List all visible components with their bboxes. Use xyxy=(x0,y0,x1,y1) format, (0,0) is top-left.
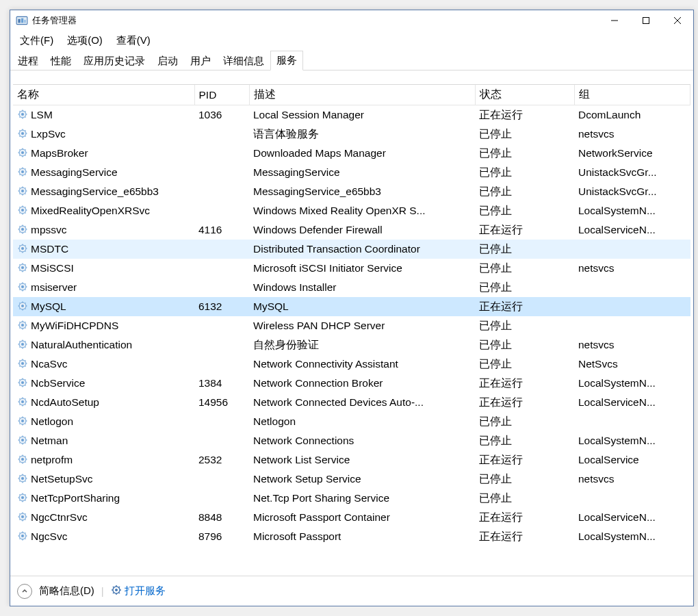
table-row[interactable]: MessagingService_e65bb3MessagingService_… xyxy=(13,182,690,201)
table-row[interactable]: LSM1036Local Session Manager正在运行DcomLaun… xyxy=(13,105,690,125)
cell-group: netsvcs xyxy=(574,470,690,489)
services-scroll[interactable]: 名称 PID 描述 状态 组 LSM1036Local Session Mana… xyxy=(13,85,690,576)
cell-desc: Windows Mixed Reality OpenXR S... xyxy=(249,201,475,220)
cell-desc: Microsoft iSCSI Initiator Service xyxy=(249,259,475,278)
table-row[interactable]: NgcCtnrSvc8848Microsoft Passport Contain… xyxy=(13,508,690,527)
table-row[interactable]: LxpSvc语言体验服务已停止netsvcs xyxy=(13,125,690,144)
cell-desc: MessagingService xyxy=(249,163,475,182)
column-header-status[interactable]: 状态 xyxy=(475,85,574,105)
menu-view[interactable]: 查看(V) xyxy=(109,33,157,49)
cell-group xyxy=(574,316,690,335)
table-row[interactable]: NgcSvc8796Microsoft Passport正在运行LocalSys… xyxy=(13,527,690,546)
cell-group xyxy=(574,278,690,297)
tab-用户[interactable]: 用户 xyxy=(184,51,217,70)
cell-group: NetworkService xyxy=(574,144,690,163)
table-row[interactable]: MSiSCSIMicrosoft iSCSI Initiator Service… xyxy=(13,259,690,278)
tab-bar: 进程性能应用历史记录启动用户详细信息服务 xyxy=(10,50,693,70)
cell-desc: Distributed Transaction Coordinator xyxy=(249,240,475,259)
cell-group: DcomLaunch xyxy=(574,105,690,125)
service-name: netprofm xyxy=(31,454,73,465)
table-row[interactable]: NetmanNetwork Connections已停止LocalSystemN… xyxy=(13,431,690,450)
table-row[interactable]: NcbService1384Network Connection Broker正… xyxy=(13,374,690,393)
cell-status: 已停止 xyxy=(475,316,574,335)
cell-status: 已停止 xyxy=(475,240,574,259)
cell-pid xyxy=(194,489,249,508)
cell-desc: MessagingService_e65bb3 xyxy=(249,182,475,201)
svg-point-47 xyxy=(21,477,24,480)
svg-point-21 xyxy=(21,228,24,231)
cell-desc: Net.Tcp Port Sharing Service xyxy=(249,489,475,508)
cell-desc: Microsoft Passport xyxy=(249,527,475,546)
tab-详细信息[interactable]: 详细信息 xyxy=(217,51,270,70)
cell-status: 正在运行 xyxy=(475,450,574,470)
service-icon xyxy=(17,127,28,138)
service-icon xyxy=(17,338,28,349)
cell-pid: 1036 xyxy=(194,105,249,125)
cell-group: NetSvcs xyxy=(574,355,690,374)
table-row[interactable]: MessagingServiceMessagingService已停止Unist… xyxy=(13,163,690,182)
table-row[interactable]: NetlogonNetlogon已停止 xyxy=(13,412,690,431)
svg-point-37 xyxy=(21,381,24,384)
table-row[interactable]: MSDTCDistributed Transaction Coordinator… xyxy=(13,240,690,259)
table-row[interactable]: netprofm2532Network List Service正在运行Loca… xyxy=(13,450,690,470)
table-row[interactable]: NaturalAuthentication自然身份验证已停止netsvcs xyxy=(13,335,690,355)
service-icon xyxy=(17,491,28,502)
window-controls xyxy=(599,10,693,31)
table-row[interactable]: NcdAutoSetup14956Network Connected Devic… xyxy=(13,393,690,412)
column-header-desc[interactable]: 描述 xyxy=(249,85,475,105)
table-row[interactable]: MixedRealityOpenXRSvcWindows Mixed Reali… xyxy=(13,201,690,220)
svg-point-11 xyxy=(21,132,24,135)
cell-status: 已停止 xyxy=(475,470,574,489)
cell-status: 正在运行 xyxy=(475,393,574,412)
cell-group: LocalSystemN... xyxy=(574,374,690,393)
table-row[interactable]: MySQL6132MySQL正在运行 xyxy=(13,297,690,316)
column-header-pid[interactable]: PID xyxy=(194,85,249,105)
cell-group: LocalServiceN... xyxy=(574,508,690,527)
menu-options[interactable]: 选项(O) xyxy=(60,33,109,49)
tab-应用历史记录[interactable]: 应用历史记录 xyxy=(77,51,151,70)
cell-status: 已停止 xyxy=(475,163,574,182)
cell-status: 已停止 xyxy=(475,489,574,508)
footer: 简略信息(D) | 打开服务 xyxy=(10,576,693,606)
column-header-row: 名称 PID 描述 状态 组 xyxy=(13,85,690,105)
column-header-name[interactable]: 名称 xyxy=(13,85,194,105)
cell-pid: 4116 xyxy=(194,220,249,240)
service-icon xyxy=(17,319,28,330)
svg-point-51 xyxy=(21,515,24,518)
service-icon xyxy=(17,261,28,272)
cell-pid xyxy=(194,278,249,297)
brief-info-link[interactable]: 简略信息(D) xyxy=(39,585,94,598)
service-name: MessagingService xyxy=(31,166,118,178)
cell-status: 已停止 xyxy=(475,144,574,163)
table-row[interactable]: msiserverWindows Installer已停止 xyxy=(13,278,690,297)
cell-status: 正在运行 xyxy=(475,297,574,316)
cell-desc: Netlogon xyxy=(249,412,475,431)
table-row[interactable]: NetSetupSvcNetwork Setup Service已停止netsv… xyxy=(13,470,690,489)
svg-point-29 xyxy=(21,305,24,307)
cell-group: LocalServiceN... xyxy=(574,393,690,412)
close-button[interactable] xyxy=(662,10,693,31)
maximize-button[interactable] xyxy=(630,10,662,31)
table-row[interactable]: MyWiFiDHCPDNSWireless PAN DHCP Server已停止 xyxy=(13,316,690,335)
cell-status: 正在运行 xyxy=(475,105,574,125)
collapse-button[interactable] xyxy=(17,584,32,599)
cell-desc: Microsoft Passport Container xyxy=(249,508,475,527)
table-row[interactable]: MapsBrokerDownloaded Maps Manager已停止Netw… xyxy=(13,144,690,163)
tab-性能[interactable]: 性能 xyxy=(44,51,77,70)
menu-file[interactable]: 文件(F) xyxy=(13,33,60,49)
table-row[interactable]: mpssvc4116Windows Defender Firewall正在运行L… xyxy=(13,220,690,240)
service-name: NgcSvc xyxy=(31,530,67,542)
cell-desc: 语言体验服务 xyxy=(249,125,475,144)
table-row[interactable]: NcaSvcNetwork Connectivity Assistant已停止N… xyxy=(13,355,690,374)
tab-启动[interactable]: 启动 xyxy=(151,51,184,70)
open-services-link[interactable]: 打开服务 xyxy=(111,585,166,598)
svg-point-31 xyxy=(21,324,24,326)
tab-服务[interactable]: 服务 xyxy=(270,51,303,70)
services-icon xyxy=(111,585,122,598)
tab-进程[interactable]: 进程 xyxy=(12,51,44,70)
service-icon xyxy=(17,357,28,368)
cell-pid xyxy=(194,163,249,182)
table-row[interactable]: NetTcpPortSharingNet.Tcp Port Sharing Se… xyxy=(13,489,690,508)
minimize-button[interactable] xyxy=(599,10,630,31)
column-header-group[interactable]: 组 xyxy=(574,85,690,105)
